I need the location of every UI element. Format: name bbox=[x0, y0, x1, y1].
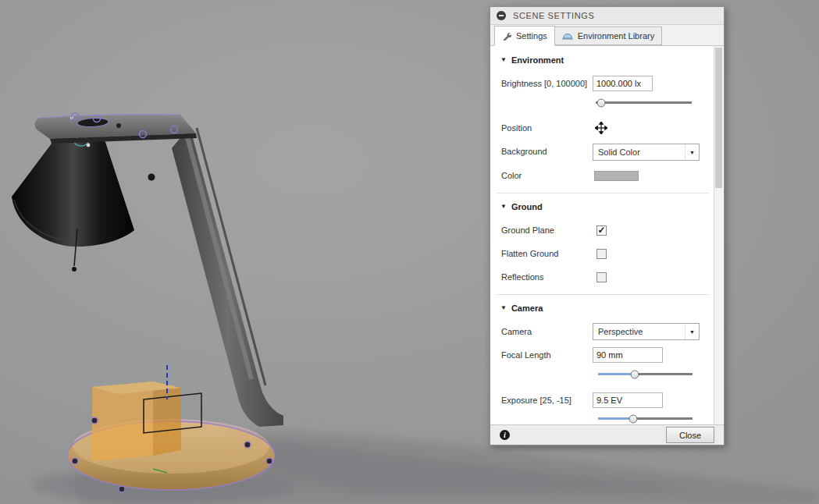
selection-box[interactable] bbox=[92, 382, 181, 461]
close-button[interactable]: Close bbox=[666, 427, 714, 443]
background-dropdown[interactable]: Solid Color ▼ bbox=[593, 144, 700, 161]
panel-scrollbar-thumb[interactable] bbox=[715, 48, 722, 188]
camera-dropdown-value: Perspective bbox=[593, 327, 685, 336]
move-position-icon[interactable] bbox=[595, 122, 607, 134]
exposure-slider-thumb[interactable] bbox=[628, 414, 637, 423]
scene-settings-dialog: SCENE SETTINGS Settings Environment Libr… bbox=[490, 6, 725, 445]
tab-environment-library-label: Environment Library bbox=[578, 31, 654, 41]
exposure-slider[interactable] bbox=[598, 414, 693, 423]
exposure-slider-fill bbox=[598, 417, 633, 420]
focal-length-label: Focal Length bbox=[501, 347, 551, 363]
brightness-input[interactable] bbox=[593, 76, 653, 91]
section-environment-label: Environment bbox=[511, 55, 564, 65]
dialog-titlebar[interactable]: SCENE SETTINGS bbox=[490, 7, 724, 25]
ground-plane-label: Ground Plane bbox=[501, 222, 554, 238]
caret-down-icon: ▼ bbox=[685, 144, 699, 160]
reflections-label: Reflections bbox=[501, 269, 543, 285]
brightness-slider[interactable] bbox=[596, 98, 692, 107]
chevron-down-icon: ▼ bbox=[500, 57, 507, 63]
ground-plane-checkbox[interactable]: ✓ bbox=[596, 225, 607, 236]
chevron-down-icon: ▼ bbox=[500, 204, 507, 210]
brightness-slider-track[interactable] bbox=[596, 101, 692, 104]
flatten-ground-checkbox[interactable]: ✓ bbox=[596, 249, 607, 259]
check-icon: ✓ bbox=[597, 225, 605, 235]
tab-settings[interactable]: Settings bbox=[494, 26, 555, 46]
focal-length-input[interactable] bbox=[593, 347, 663, 363]
section-environment[interactable]: ▼ Environment bbox=[500, 54, 564, 66]
dialog-tabbar: Settings Environment Library bbox=[490, 25, 724, 46]
color-label: Color bbox=[501, 168, 522, 183]
chevron-down-icon: ▼ bbox=[500, 305, 507, 311]
section-camera-label: Camera bbox=[511, 303, 543, 313]
dialog-content: ▼ Environment Brightness [0, 100000] Pos… bbox=[490, 46, 714, 424]
brightness-label: Brightness [0, 100000] bbox=[501, 76, 587, 91]
camera-dropdown[interactable]: Perspective ▼ bbox=[593, 323, 700, 340]
section-camera[interactable]: ▼ Camera bbox=[500, 302, 543, 314]
tab-environment-library[interactable]: Environment Library bbox=[554, 27, 662, 45]
background-label: Background bbox=[501, 144, 547, 159]
focal-length-slider-thumb[interactable] bbox=[631, 370, 639, 378]
info-icon[interactable]: i bbox=[500, 430, 510, 440]
section-divider bbox=[497, 193, 709, 193]
reflections-checkbox[interactable]: ✓ bbox=[596, 272, 607, 282]
section-ground-label: Ground bbox=[511, 202, 543, 211]
environment-dome-icon bbox=[562, 32, 573, 41]
background-dropdown-value: Solid Color bbox=[593, 147, 685, 157]
wrench-icon bbox=[502, 31, 511, 41]
camera-label: Camera bbox=[501, 324, 532, 339]
flatten-ground-label: Flatten Ground bbox=[501, 246, 558, 261]
color-swatch[interactable] bbox=[594, 171, 639, 181]
panel-scrollbar[interactable] bbox=[714, 46, 723, 424]
focal-length-slider[interactable] bbox=[598, 370, 693, 378]
section-divider bbox=[497, 294, 709, 295]
arm-knob[interactable] bbox=[148, 174, 155, 181]
focal-length-slider-fill bbox=[598, 373, 635, 375]
section-ground[interactable]: ▼ Ground bbox=[500, 201, 543, 213]
brightness-slider-thumb[interactable] bbox=[597, 98, 606, 107]
exposure-input[interactable] bbox=[593, 392, 663, 408]
dialog-footer: i Close bbox=[490, 424, 724, 445]
tab-settings-label: Settings bbox=[516, 31, 547, 41]
caret-down-icon: ▼ bbox=[685, 324, 699, 339]
exposure-label: Exposure [25, -15] bbox=[501, 392, 572, 408]
dialog-collapse-icon[interactable] bbox=[497, 11, 506, 20]
dialog-title: SCENE SETTINGS bbox=[513, 11, 594, 20]
position-label: Position bbox=[501, 120, 532, 136]
